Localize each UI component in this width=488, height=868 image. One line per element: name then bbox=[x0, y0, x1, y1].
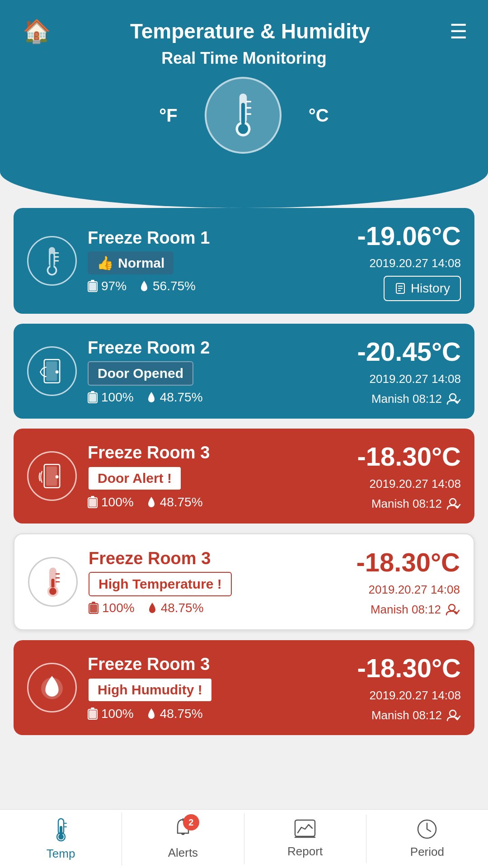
svg-point-10 bbox=[48, 267, 56, 274]
room-2-door-icon bbox=[38, 355, 66, 387]
room-1-icon-wrap bbox=[27, 236, 77, 286]
room-2-battery: 100% bbox=[88, 390, 134, 405]
svg-point-27 bbox=[450, 394, 456, 400]
room-5-stats: 100% 48.75% bbox=[88, 707, 346, 721]
menu-icon[interactable]: ☰ bbox=[450, 20, 465, 43]
svg-point-34 bbox=[450, 499, 456, 505]
svg-point-45 bbox=[449, 604, 455, 611]
room-3-humidity: 48.75% bbox=[146, 495, 203, 509]
room-5-user: Manish 08:12 bbox=[371, 708, 461, 722]
app-title: Temperature & Humidity bbox=[130, 19, 370, 43]
user-check-icon bbox=[446, 392, 461, 406]
room-1-datetime: 2019.20.27 14:08 bbox=[370, 256, 461, 270]
alerts-badge: 2 bbox=[183, 814, 199, 830]
room-3-stats: 100% 48.75% bbox=[88, 495, 346, 509]
room-1-battery: 97% bbox=[88, 279, 127, 293]
header-subtitle: Real Time Monitoring bbox=[23, 49, 465, 68]
svg-rect-9 bbox=[51, 254, 54, 268]
nav-clock-icon bbox=[417, 819, 437, 840]
room-1-info: Freeze Room 1 👍 Normal 97% 56.75% bbox=[88, 228, 346, 293]
nav-alerts-icon-wrap: 2 bbox=[173, 818, 193, 842]
header: 🏠 Temperature & Humidity ☰ Real Time Mon… bbox=[0, 0, 488, 208]
room-4-stats: 100% 48.75% bbox=[89, 601, 345, 615]
svg-rect-26 bbox=[89, 394, 96, 402]
room-5-icon-wrap bbox=[27, 663, 77, 712]
room-1-temperature: -19.06°C bbox=[357, 221, 461, 251]
nav-temp-label: Temp bbox=[47, 847, 75, 861]
room-2-user: Manish 08:12 bbox=[371, 392, 461, 406]
room-card-1: Freeze Room 1 👍 Normal 97% 56.75% bbox=[14, 208, 474, 314]
room-5-humidity: 48.75% bbox=[146, 707, 203, 721]
room-4-datetime: 2019.20.27 14:08 bbox=[369, 583, 460, 597]
nav-thermometer-icon bbox=[51, 817, 71, 841]
svg-point-30 bbox=[56, 475, 59, 478]
room-1-stats: 97% 56.75% bbox=[88, 279, 346, 293]
room-3-right: -18.30°C 2019.20.27 14:08 Manish 08:12 bbox=[357, 441, 461, 511]
nav-alerts[interactable]: 2 Alerts bbox=[122, 813, 244, 864]
room-1-humidity: 56.75% bbox=[139, 279, 196, 293]
nav-report[interactable]: Report bbox=[244, 815, 366, 863]
room-1-history-button[interactable]: History bbox=[384, 276, 461, 301]
svg-rect-2 bbox=[241, 103, 245, 125]
room-3-info: Freeze Room 3 Door Alert ! 100% 48.75% bbox=[88, 443, 346, 509]
room-1-status: 👍 Normal bbox=[88, 251, 174, 274]
room-4-thermometer-icon bbox=[39, 566, 66, 598]
room-card-3: Freeze Room 3 Door Alert ! 100% 48.75% -… bbox=[14, 429, 474, 524]
svg-rect-53 bbox=[60, 826, 62, 835]
svg-rect-44 bbox=[90, 604, 97, 613]
room-4-name: Freeze Room 3 bbox=[89, 549, 345, 568]
nav-period-icon-wrap bbox=[417, 819, 437, 841]
room-3-status: Door Alert ! bbox=[88, 466, 182, 491]
thermometer-icon bbox=[223, 90, 263, 140]
battery-icon-4 bbox=[89, 602, 99, 614]
user-check-icon-3 bbox=[446, 496, 461, 511]
room-card-5: Freeze Room 3 High Humudity ! 100% 48.75… bbox=[14, 640, 474, 735]
room-5-datetime: 2019.20.27 14:08 bbox=[370, 689, 461, 703]
nav-period[interactable]: Period bbox=[366, 814, 488, 863]
droplet-icon-2 bbox=[146, 391, 156, 404]
nav-temp[interactable]: Temp bbox=[0, 812, 122, 865]
room-1-thermometer-icon bbox=[38, 245, 66, 277]
droplet-icon-5 bbox=[146, 708, 156, 720]
nav-chart-icon bbox=[294, 819, 316, 839]
room-4-battery: 100% bbox=[89, 601, 135, 615]
unit-celsius[interactable]: °C bbox=[309, 105, 329, 126]
svg-rect-49 bbox=[89, 710, 96, 718]
room-5-info: Freeze Room 3 High Humudity ! 100% 48.75… bbox=[88, 655, 346, 721]
home-icon[interactable]: 🏠 bbox=[23, 18, 51, 44]
nav-period-label: Period bbox=[410, 845, 444, 859]
svg-point-23 bbox=[56, 370, 59, 373]
room-card-4: Freeze Room 3 High Temperature ! 100% 48… bbox=[14, 533, 474, 630]
room-4-user: Manish 08:12 bbox=[371, 602, 460, 617]
svg-rect-29 bbox=[46, 467, 57, 486]
room-4-status: High Temperature ! bbox=[89, 572, 232, 596]
svg-rect-33 bbox=[89, 499, 96, 507]
cards-area: Freeze Room 1 👍 Normal 97% 56.75% bbox=[0, 194, 488, 754]
room-3-door-alert-icon bbox=[38, 460, 66, 492]
room-3-battery: 100% bbox=[88, 495, 134, 509]
nav-temp-icon-wrap bbox=[51, 817, 71, 843]
room-2-datetime: 2019.20.27 14:08 bbox=[370, 372, 461, 386]
history-doc-icon bbox=[394, 283, 406, 294]
svg-point-3 bbox=[238, 124, 248, 134]
nav-report-label: Report bbox=[287, 844, 323, 859]
room-2-name: Freeze Room 2 bbox=[88, 338, 346, 358]
user-check-icon-5 bbox=[446, 708, 461, 722]
battery-icon bbox=[88, 280, 98, 292]
svg-rect-16 bbox=[89, 283, 96, 291]
room-2-humidity: 48.75% bbox=[146, 390, 203, 405]
battery-icon-5 bbox=[88, 708, 98, 720]
room-2-info: Freeze Room 2 Door Opened 100% 48.75% bbox=[88, 338, 346, 405]
thermometer-display bbox=[205, 77, 282, 154]
room-4-humidity: 48.75% bbox=[147, 601, 204, 615]
room-2-icon-wrap bbox=[27, 346, 77, 396]
room-5-battery: 100% bbox=[88, 707, 134, 721]
room-4-info: Freeze Room 3 High Temperature ! 100% 48… bbox=[89, 549, 345, 615]
room-3-temperature: -18.30°C bbox=[357, 441, 461, 472]
droplet-icon bbox=[139, 280, 149, 292]
bottom-navigation: Temp 2 Alerts Report bbox=[0, 809, 488, 868]
unit-fahrenheit[interactable]: °F bbox=[159, 105, 177, 126]
room-1-right: -19.06°C 2019.20.27 14:08 History bbox=[357, 221, 461, 301]
nav-alerts-label: Alerts bbox=[168, 846, 198, 860]
room-4-icon-wrap bbox=[28, 557, 78, 607]
